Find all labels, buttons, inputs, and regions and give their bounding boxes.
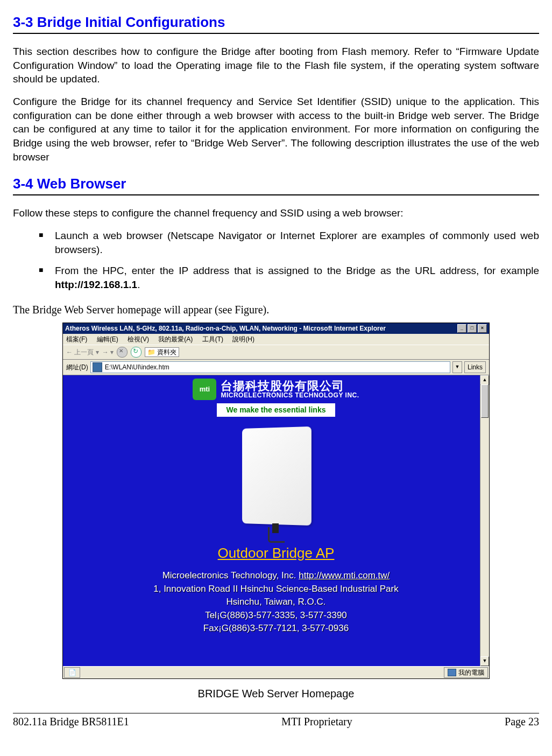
- address-label: 網址(D): [66, 363, 88, 372]
- scroll-down-button[interactable]: ▼: [480, 656, 489, 666]
- minimize-button[interactable]: _: [457, 324, 466, 333]
- address-field-wrapper: [90, 361, 450, 373]
- scroll-up-button[interactable]: ▲: [480, 375, 489, 385]
- contact-block: Microelectronics Technology, Inc. http:/…: [63, 569, 489, 635]
- figure-intro: The Bridge Web Server homepage will appe…: [13, 303, 539, 317]
- links-button[interactable]: Links: [464, 361, 486, 373]
- menu-tools[interactable]: 工具(T): [202, 335, 223, 343]
- address-line-1: 1, Innovation Road II Hsinchu Science-Ba…: [63, 583, 489, 596]
- zone-label: 我的電腦: [458, 668, 484, 677]
- computer-icon: [448, 669, 456, 676]
- list-item: From the HPC, enter the IP address that …: [42, 264, 539, 291]
- section-heading-3-3: 3-3 Bridge Initial Configurations: [13, 13, 539, 34]
- intro-paragraph-1: This section describes how to configure …: [13, 45, 539, 86]
- menu-bar: 檔案(F) 編輯(E) 檢視(V) 我的最愛(A) 工具(T) 說明(H): [63, 334, 489, 345]
- status-bar: 📄 我的電腦: [63, 666, 489, 678]
- intro-paragraph-2: Configure the Bridge for its channel fre…: [13, 95, 539, 164]
- page-icon: [93, 362, 102, 372]
- page-footer: 802.11a Bridge BR5811E1 MTI Proprietary …: [13, 713, 539, 729]
- page-viewport: ▲ ▼ mti 台揚科技股份有限公司 MICROELECTRONICS TECH…: [63, 375, 489, 666]
- address-input[interactable]: [104, 362, 450, 372]
- menu-view[interactable]: 檢視(V): [128, 335, 149, 343]
- footer-center: MTI Proprietary: [281, 715, 352, 729]
- menu-file[interactable]: 檔案(F): [66, 335, 87, 343]
- scroll-thumb[interactable]: [481, 384, 489, 418]
- stop-icon[interactable]: [117, 347, 128, 358]
- telephone-line: Tel¡G(886)3-577-3335, 3-577-3390: [63, 609, 489, 622]
- security-zone: 我的電腦: [444, 667, 488, 678]
- company-name-en: MICROELECTRONICS TECHNOLOGY INC.: [221, 392, 359, 398]
- figure-caption: BRIDGE Web Server Homepage: [13, 687, 539, 701]
- menu-favorites[interactable]: 我的最愛(A): [158, 335, 193, 343]
- folders-label: 資料夾: [157, 348, 176, 356]
- window-title: Atheros Wireless LAN, 5-GHz, 802.11a, Ra…: [65, 324, 386, 333]
- company-name-cn: 台揚科技股份有限公司: [221, 380, 359, 392]
- company-url-link[interactable]: http://www.mti.com.tw/: [299, 570, 390, 580]
- menu-edit[interactable]: 編輯(E): [97, 335, 118, 343]
- fax-line: Fax¡G(886)3-577-7121, 3-577-0936: [63, 622, 489, 635]
- footer-left: 802.11a Bridge BR5811E1: [13, 715, 129, 729]
- toolbar: ← 上一頁 ▾ → ▾ 📁 資料夾: [63, 345, 489, 360]
- forward-button[interactable]: → ▾: [102, 348, 114, 356]
- section-heading-3-4: 3-4 Web Browser: [13, 174, 539, 195]
- browser-window: Atheros Wireless LAN, 5-GHz, 802.11a, Ra…: [62, 323, 490, 679]
- address-line-2: Hsinchu, Taiwan, R.O.C.: [63, 596, 489, 609]
- list-item: Launch a web browser (Netscape Navigator…: [42, 229, 539, 256]
- back-button[interactable]: ← 上一頁 ▾: [66, 348, 99, 356]
- steps-intro: Follow these steps to configure the chan…: [13, 206, 539, 220]
- status-page-icon: 📄: [64, 667, 80, 678]
- tagline: We make the essential links: [217, 403, 336, 417]
- title-bar: Atheros Wireless LAN, 5-GHz, 802.11a, Ra…: [63, 323, 489, 334]
- device-image: [230, 424, 322, 543]
- refresh-icon[interactable]: [131, 347, 141, 358]
- maximize-button[interactable]: □: [468, 324, 477, 333]
- back-label: 上一頁: [74, 348, 94, 356]
- address-dropdown[interactable]: ▼: [452, 361, 462, 373]
- bullet-text-post: .: [137, 279, 140, 290]
- logo-area: mti 台揚科技股份有限公司 MICROELECTRONICS TECHNOLO…: [63, 375, 489, 417]
- close-button[interactable]: ×: [478, 324, 487, 333]
- mti-logo-icon: mti: [193, 379, 216, 400]
- folders-button[interactable]: 📁 資料夾: [145, 347, 179, 357]
- address-bar: 網址(D) ▼ Links: [63, 360, 489, 375]
- outdoor-bridge-link[interactable]: Outdoor Bridge AP: [218, 545, 335, 561]
- bullet-text-pre: From the HPC, enter the IP address that …: [55, 265, 539, 276]
- footer-right: Page 23: [505, 715, 539, 729]
- vertical-scrollbar[interactable]: ▲ ▼: [480, 375, 489, 666]
- steps-list: Launch a web browser (Netscape Navigator…: [13, 229, 539, 292]
- menu-help[interactable]: 說明(H): [232, 335, 254, 343]
- example-url: http://192.168.1.1: [55, 279, 137, 290]
- company-line: Microelectronics Technology, Inc.: [162, 570, 299, 580]
